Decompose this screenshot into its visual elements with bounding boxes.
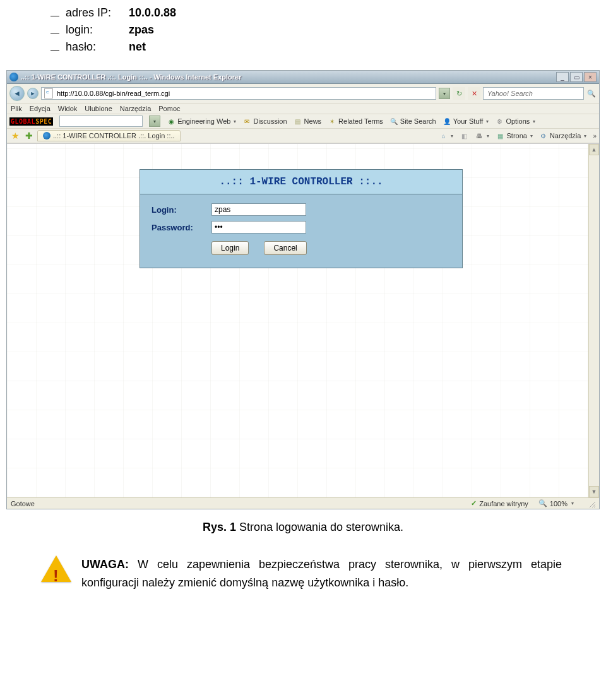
page-menu[interactable]: ▦ Strona ▾ — [496, 131, 532, 140]
ip-label: adres IP: — [66, 6, 129, 20]
status-text: Gotowe — [11, 500, 35, 507]
check-icon: ✓ — [471, 499, 477, 507]
tab-bar-left: ★ ✚ ..:: 1-WIRE CONTROLLER .::. Login ::… — [9, 130, 181, 141]
globe-icon: ◉ — [167, 117, 175, 126]
login-buttons: Login Cancel — [211, 241, 451, 255]
title-bar-left: ..:: 1-WIRE CONTROLLER .::. Login ::.. -… — [9, 73, 241, 81]
chevron-down-icon: ▾ — [486, 119, 489, 124]
globalspec-toolbar: GLOBALSPEC ▾ ◉ Engineering Web ▾ ✉ Discu… — [7, 114, 599, 129]
tb-site-search[interactable]: 🔍 Site Search — [389, 117, 436, 126]
page-icon — [44, 88, 53, 98]
menu-favorites[interactable]: Ulubione — [85, 105, 112, 112]
browser-window: ..:: 1-WIRE CONTROLLER .::. Login ::.. -… — [6, 70, 600, 509]
resize-grip-icon[interactable] — [588, 500, 595, 507]
window-controls: _ ▭ × — [556, 72, 597, 82]
search-go-button[interactable]: 🔍 — [586, 88, 597, 98]
tb-label: Options — [506, 117, 530, 125]
warning-prefix: UWAGA: — [81, 558, 129, 571]
tb-label: Your Stuff — [453, 117, 484, 125]
globalspec-search-input[interactable] — [59, 116, 143, 127]
zoom-value: 100% — [550, 500, 567, 507]
login-body: Login: Password: Login Cancel — [140, 194, 462, 268]
figure-caption: Rys. 1 Strona logowania do sterownika. — [0, 521, 606, 534]
tab-bar-right: ⌂ ▾ ◧ 🖶 ▾ ▦ Strona ▾ ⚙ Narzędzia ▾ » — [439, 131, 597, 140]
back-button[interactable]: ◄ — [9, 86, 25, 101]
login-header: ..:: 1-WIRE CONTROLLER ::.. — [140, 170, 462, 194]
print-icon: 🖶 — [475, 131, 484, 140]
nav-bar: ◄ ► ▾ ↻ ✕ 🔍 — [7, 84, 599, 104]
search-bar[interactable] — [483, 87, 584, 100]
ie-icon — [43, 132, 50, 139]
discussion-icon: ✉ — [242, 117, 251, 126]
refresh-button[interactable]: ↻ — [453, 87, 465, 100]
menu-help[interactable]: Pomoc — [158, 105, 180, 112]
cancel-button[interactable]: Cancel — [264, 241, 306, 255]
trusted-label: Zaufane witryny — [479, 500, 528, 507]
password-value: net — [129, 40, 146, 54]
feed-icon: ◧ — [460, 131, 468, 140]
tb-engineering-web[interactable]: ◉ Engineering Web ▾ — [167, 117, 236, 126]
chevron-down-icon: ▾ — [533, 119, 535, 124]
dash-icon — [50, 33, 59, 33]
tb-related-terms[interactable]: ✶ Related Terms — [328, 117, 383, 126]
related-icon: ✶ — [328, 117, 336, 126]
menu-file[interactable]: Plik — [11, 105, 22, 112]
tb-label: News — [304, 117, 322, 125]
home-button[interactable]: ⌂ ▾ — [439, 131, 453, 140]
maximize-button[interactable]: ▭ — [570, 72, 583, 82]
chevron-down-icon: ▾ — [571, 501, 574, 506]
dash-icon — [50, 50, 59, 50]
login-field-label: Login: — [152, 205, 211, 215]
password-field-label: Password: — [152, 223, 211, 232]
login-value: zpas — [129, 23, 154, 37]
browser-tab[interactable]: ..:: 1-WIRE CONTROLLER .::. Login ::.. — [37, 130, 181, 141]
minimize-button[interactable]: _ — [556, 72, 569, 82]
scroll-up-arrow-icon[interactable]: ▲ — [589, 144, 599, 155]
scroll-down-arrow-icon[interactable]: ▼ — [589, 486, 599, 497]
login-button[interactable]: Login — [211, 241, 249, 255]
close-button[interactable]: × — [584, 72, 597, 82]
url-bar[interactable] — [41, 87, 436, 100]
print-button[interactable]: 🖶 ▾ — [475, 131, 489, 140]
tb-options[interactable]: ⚙ Options ▾ — [495, 117, 535, 126]
tb-discussion[interactable]: ✉ Discussion — [242, 117, 287, 126]
chevron-down-icon: ▾ — [487, 133, 489, 139]
login-row-login: Login: — [152, 203, 451, 216]
tab-bar: ★ ✚ ..:: 1-WIRE CONTROLLER .::. Login ::… — [7, 129, 599, 143]
url-input[interactable] — [56, 89, 433, 98]
forward-button[interactable]: ► — [27, 88, 39, 99]
param-line-login: login: zpas — [50, 23, 556, 37]
url-dropdown-button[interactable]: ▾ — [439, 88, 450, 99]
tb-label: Site Search — [400, 117, 436, 125]
add-favorite-button[interactable]: ✚ — [23, 130, 35, 141]
tb-label: Engineering Web — [177, 117, 230, 125]
tb-label: Narzędzia — [550, 132, 581, 139]
login-input[interactable] — [211, 203, 306, 216]
password-input[interactable] — [211, 221, 306, 234]
gear-icon: ⚙ — [539, 131, 548, 140]
globalspec-search-dropdown[interactable]: ▾ — [149, 116, 160, 127]
ip-value: 10.0.0.88 — [129, 6, 176, 20]
tools-menu[interactable]: ⚙ Narzędzia ▾ — [539, 131, 587, 140]
page-icon: ▦ — [496, 131, 504, 140]
chevron-down-icon: ▾ — [584, 133, 586, 139]
menu-view[interactable]: Widok — [58, 105, 78, 112]
stop-button[interactable]: ✕ — [468, 87, 480, 100]
warning-icon — [41, 555, 71, 586]
tb-news[interactable]: ▤ News — [294, 117, 322, 126]
vertical-scrollbar[interactable]: ▲ ▼ — [588, 144, 599, 497]
menu-edit[interactable]: Edycja — [30, 105, 50, 112]
tb-label: Strona — [506, 132, 526, 139]
feed-button[interactable]: ◧ — [460, 131, 468, 140]
tb-your-stuff[interactable]: 👤 Your Stuff ▾ — [443, 117, 489, 126]
search-input[interactable] — [486, 89, 581, 98]
zoom-icon: 🔍 — [538, 499, 547, 507]
zoom-indicator[interactable]: 🔍 100% ▾ — [538, 499, 574, 507]
param-line-ip: adres IP: 10.0.0.88 — [50, 6, 556, 20]
menu-tools[interactable]: Narzędzia — [120, 105, 152, 112]
warning-text: W celu zapewnienia bezpieczeństwa pracy … — [81, 558, 562, 589]
overflow-chevron-icon[interactable]: » — [593, 133, 597, 139]
tab-title: ..:: 1-WIRE CONTROLLER .::. Login ::.. — [53, 132, 175, 139]
favorites-star-button[interactable]: ★ — [9, 130, 21, 141]
doc-params: adres IP: 10.0.0.88 login: zpas hasło: n… — [0, 0, 606, 70]
